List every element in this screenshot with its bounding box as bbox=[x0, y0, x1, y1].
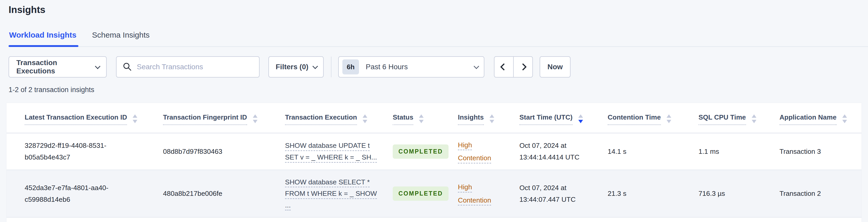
tab-schema-insights[interactable]: Schema Insights bbox=[91, 30, 150, 46]
table-row: 452da3e7-e7fa-4801-aa40- c59988d14eb6 48… bbox=[6, 170, 862, 217]
sort-icon bbox=[752, 115, 756, 123]
start-time: Oct 07, 2024 at 13:44:07.447 UTC bbox=[519, 184, 576, 203]
col-header-application-name[interactable]: Application Name bbox=[779, 103, 862, 133]
col-header-contention-time[interactable]: Contention Time bbox=[608, 103, 699, 133]
col-header-transaction-execution[interactable]: Transaction Execution bbox=[285, 103, 393, 133]
time-range-label: Past 6 Hours bbox=[366, 63, 474, 71]
table-row: 328729d2-ff19-4408-8531- b05a5b4e43c7 08… bbox=[6, 133, 862, 170]
application-name: Transaction 3 bbox=[779, 148, 821, 155]
chevron-right-icon bbox=[519, 63, 527, 70]
tab-bar: Workload Insights Schema Insights bbox=[8, 30, 868, 47]
col-header-start-time[interactable]: Start Time (UTC) bbox=[519, 103, 608, 133]
contention-time: 21.3 s bbox=[608, 190, 626, 197]
toolbar-divider bbox=[331, 57, 332, 77]
col-header-latest-transaction-execution-id[interactable]: Latest Transaction Execution ID bbox=[6, 103, 163, 133]
sort-icon bbox=[666, 115, 671, 123]
table-header-row: Latest Transaction Execution ID Transact… bbox=[6, 103, 862, 133]
execution-id: 452da3e7-e7fa-4801-aa40- c59988d14eb6 bbox=[25, 184, 108, 203]
tab-workload-insights[interactable]: Workload Insights bbox=[8, 30, 77, 46]
filters-dropdown[interactable]: Filters (0) bbox=[269, 56, 324, 77]
sort-icon-active-desc bbox=[578, 115, 583, 123]
sql-cpu-time: 716.3 µs bbox=[699, 190, 725, 197]
insight-link-high-contention[interactable]: High Contention bbox=[458, 181, 491, 207]
start-time: Oct 07, 2024 at 13:44:14.4414 UTC bbox=[519, 141, 579, 161]
status-badge: COMPLETED bbox=[393, 145, 448, 159]
search-box bbox=[116, 56, 259, 77]
fingerprint-id: 480a8b217be006fe bbox=[163, 190, 222, 197]
fingerprint-id: 08d8b7d97f830463 bbox=[163, 148, 222, 155]
time-range-badge: 6h bbox=[342, 59, 359, 74]
results-count: 1-2 of 2 transaction insights bbox=[8, 86, 868, 94]
col-header-status[interactable]: Status bbox=[393, 103, 458, 133]
time-range-dropdown[interactable]: 6h Past 6 Hours bbox=[338, 56, 484, 77]
search-icon bbox=[122, 62, 133, 72]
insights-table-card: Latest Transaction Execution ID Transact… bbox=[6, 103, 862, 222]
time-range-prev-button[interactable] bbox=[494, 56, 514, 77]
chevron-left-icon bbox=[500, 63, 507, 70]
view-type-dropdown-label: Transaction Executions bbox=[17, 59, 95, 75]
application-name: Transaction 2 bbox=[779, 190, 821, 197]
sort-icon bbox=[490, 115, 494, 123]
chevron-down-icon bbox=[312, 64, 318, 69]
now-button[interactable]: Now bbox=[540, 56, 570, 77]
col-header-insights[interactable]: Insights bbox=[458, 103, 519, 133]
page-title: Insights bbox=[8, 4, 868, 15]
sort-icon bbox=[842, 115, 847, 123]
search-input[interactable] bbox=[137, 63, 253, 71]
col-header-sql-cpu-time[interactable]: SQL CPU Time bbox=[699, 103, 779, 133]
col-header-transaction-fingerprint-id[interactable]: Transaction Fingerprint ID bbox=[163, 103, 285, 133]
contention-time: 14.1 s bbox=[608, 148, 626, 155]
statement-link[interactable]: SHOW database UPDATE t SET v = _ WHERE k… bbox=[285, 141, 377, 161]
sort-icon bbox=[133, 115, 137, 123]
sort-icon bbox=[419, 115, 424, 123]
chevron-down-icon bbox=[95, 64, 100, 69]
chevron-down-icon bbox=[474, 64, 479, 69]
sort-icon bbox=[363, 115, 367, 123]
sql-cpu-time: 1.1 ms bbox=[699, 148, 719, 155]
status-badge: COMPLETED bbox=[393, 187, 448, 201]
toolbar: Transaction Executions Filters (0) 6h Pa… bbox=[8, 56, 862, 77]
filters-dropdown-label: Filters (0) bbox=[276, 63, 308, 71]
execution-id: 328729d2-ff19-4408-8531- b05a5b4e43c7 bbox=[25, 141, 106, 161]
time-range-next-button[interactable] bbox=[514, 56, 533, 77]
statement-link[interactable]: SHOW database SELECT * FROM t WHERE k = … bbox=[285, 178, 377, 209]
insight-link-high-contention[interactable]: High Contention bbox=[458, 138, 491, 165]
transaction-insights-table: Latest Transaction Execution ID Transact… bbox=[6, 103, 862, 218]
view-type-dropdown[interactable]: Transaction Executions bbox=[8, 56, 107, 77]
time-range-pager bbox=[494, 56, 533, 77]
sort-icon bbox=[253, 115, 257, 123]
